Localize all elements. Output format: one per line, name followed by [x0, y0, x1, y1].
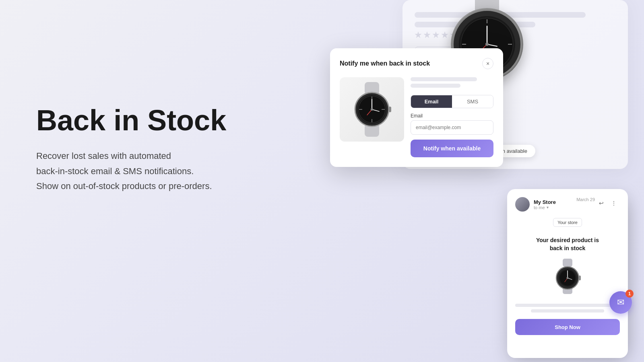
left-section: Back in Stock Recover lost sales with au…: [36, 105, 278, 193]
svg-point-10: [485, 43, 489, 46]
email-to-row: to me ▾: [534, 205, 572, 210]
chat-bubble[interactable]: ✉ 1: [609, 291, 632, 314]
email-actions: ↩ ⋮: [599, 200, 620, 209]
email-mockup: My Store to me ▾ March 29 ↩ ⋮ Your store…: [507, 189, 628, 358]
svg-rect-30: [579, 276, 581, 280]
modal-close-button[interactable]: ×: [482, 58, 493, 69]
email-input[interactable]: [411, 120, 493, 135]
email-content-lines: [515, 304, 620, 313]
star-4: [441, 31, 448, 39]
email-label: Email: [411, 113, 493, 119]
star-2: [423, 31, 431, 39]
tab-sms[interactable]: SMS: [452, 95, 493, 108]
email-body-text: Your desired product is back in stock: [515, 237, 620, 252]
modal-product-lines: [411, 77, 493, 90]
more-options-icon[interactable]: ⋮: [611, 200, 620, 209]
svg-rect-25: [563, 259, 572, 267]
svg-point-24: [371, 108, 373, 111]
notify-when-available-button[interactable]: Notify when available: [411, 140, 493, 157]
email-watch-container: [515, 258, 620, 298]
modal-header: Notify me when back in stock ×: [340, 58, 493, 69]
svg-point-34: [567, 277, 569, 279]
reply-icon[interactable]: ↩: [599, 200, 608, 209]
subtitle-line1: Recover lost sales with automated back-i…: [36, 148, 278, 193]
tab-email[interactable]: Email: [411, 95, 452, 108]
modal-product-image: [340, 77, 404, 142]
svg-rect-16: [389, 107, 391, 112]
modal-title: Notify me when back in stock: [340, 60, 430, 67]
store-badge-area: Your store: [515, 218, 620, 232]
right-section: Sold out: [258, 0, 644, 362]
shop-now-button[interactable]: Shop Now: [515, 319, 620, 335]
chat-badge: 1: [625, 290, 634, 298]
store-badge: Your store: [553, 218, 582, 227]
page-title: Back in Stock: [36, 105, 278, 136]
email-field-group: Email: [411, 113, 493, 135]
star-1: [415, 31, 422, 39]
email-from: My Store: [534, 199, 572, 205]
star-3: [432, 31, 440, 39]
email-date: March 29: [576, 197, 595, 202]
notification-type-tabs[interactable]: Email SMS: [411, 95, 493, 108]
email-header-row: My Store to me ▾ March 29 ↩ ⋮: [515, 197, 620, 212]
notify-modal: Notify me when back in stock ×: [330, 48, 503, 167]
modal-body: Email SMS Email Notify when available: [340, 77, 493, 157]
email-watch-svg: [549, 258, 586, 298]
email-sender-avatar: [515, 197, 530, 212]
chat-icon: ✉: [617, 297, 624, 308]
modal-form: Email SMS Email Notify when available: [411, 77, 493, 157]
email-sender-info: My Store to me ▾: [534, 199, 572, 210]
